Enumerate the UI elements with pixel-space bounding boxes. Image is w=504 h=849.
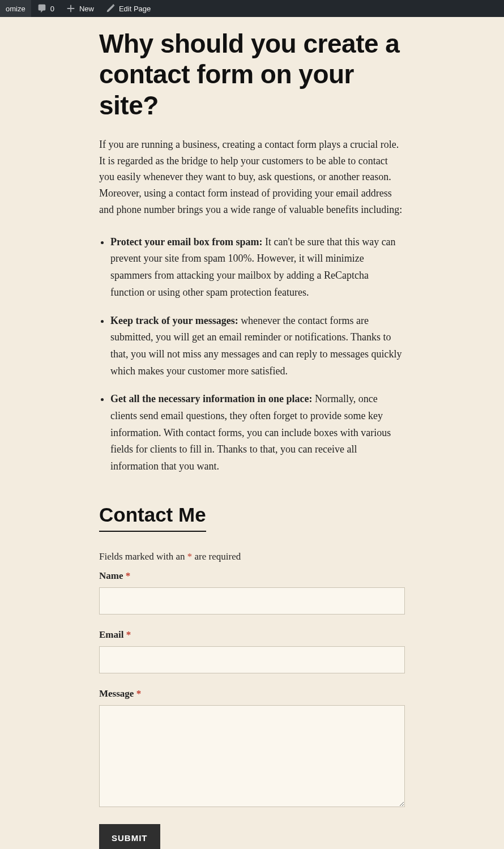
name-label: Name * (99, 570, 405, 582)
adminbar-edit-page-label: Edit Page (119, 5, 151, 13)
form-group-name: Name * (99, 570, 405, 615)
page-title: Why should you create a contact form on … (99, 28, 405, 121)
submit-button[interactable]: SUBMIT (99, 824, 160, 849)
form-group-email: Email * (99, 629, 405, 673)
name-field[interactable] (99, 587, 405, 615)
list-item: Keep track of your messages: whenever th… (110, 313, 405, 380)
benefit-title: Protect your email box from spam: (110, 236, 262, 248)
list-item: Protect your email box from spam: It can… (110, 234, 405, 301)
pencil-icon (105, 3, 116, 14)
list-item: Get all the necessary information in one… (110, 391, 405, 475)
email-field[interactable] (99, 646, 405, 673)
comments-icon (37, 3, 47, 14)
message-label: Message * (99, 688, 405, 699)
email-label: Email * (99, 629, 405, 641)
adminbar-edit-page[interactable]: Edit Page (100, 0, 156, 17)
adminbar-comments[interactable]: 0 (31, 0, 60, 17)
adminbar-new[interactable]: New (60, 0, 100, 17)
wp-admin-bar: omize 0 New Edit Page (0, 0, 504, 17)
required-note: Fields marked with an * are required (99, 551, 405, 562)
adminbar-customize-label: omize (6, 5, 25, 13)
intro-paragraph: If you are running a business, creating … (99, 136, 405, 218)
page-content: Why should you create a contact form on … (88, 17, 416, 849)
benefits-list: Protect your email box from spam: It can… (99, 234, 405, 475)
benefit-title: Keep track of your messages: (110, 315, 238, 326)
comments-count: 0 (50, 5, 54, 13)
adminbar-customize[interactable]: omize (0, 0, 31, 17)
form-heading: Contact Me (99, 504, 206, 532)
form-group-message: Message * (99, 688, 405, 809)
benefit-text: Normally, once clients send email questi… (110, 393, 391, 472)
plus-icon (66, 3, 76, 14)
benefit-title: Get all the necessary information in one… (110, 393, 312, 404)
adminbar-new-label: New (79, 5, 94, 13)
message-field[interactable] (99, 705, 405, 807)
